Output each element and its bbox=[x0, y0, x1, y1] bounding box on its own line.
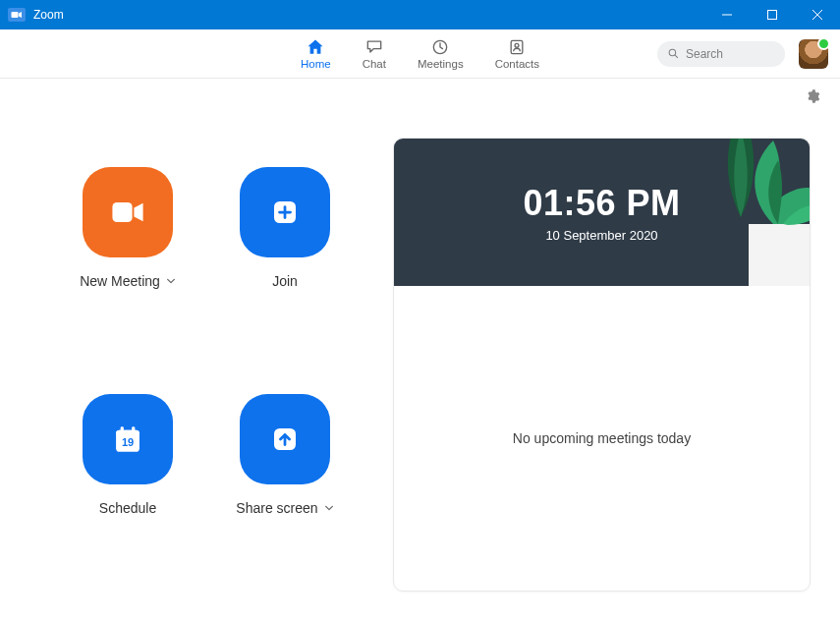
new-meeting-label-row[interactable]: New Meeting bbox=[80, 273, 176, 289]
action-join: Join bbox=[206, 167, 364, 365]
share-screen-label-row[interactable]: Share screen bbox=[236, 500, 333, 516]
svg-rect-19 bbox=[749, 224, 810, 286]
upcoming-panel: 01:56 PM 10 September 2020 No upcoming m… bbox=[393, 138, 811, 592]
main-content: New Meeting Join bbox=[0, 108, 840, 621]
clock-time: 01:56 PM bbox=[523, 183, 680, 224]
svg-rect-16 bbox=[121, 426, 124, 433]
zoom-app-icon bbox=[8, 8, 26, 22]
calendar-icon: 19 bbox=[106, 418, 149, 461]
action-label-text: Join bbox=[272, 273, 298, 289]
svg-rect-10 bbox=[112, 202, 132, 222]
tab-label: Home bbox=[301, 58, 331, 70]
svg-point-7 bbox=[515, 43, 519, 47]
tab-label: Chat bbox=[363, 58, 386, 70]
window-titlebar: Zoom bbox=[0, 0, 840, 29]
tab-label: Contacts bbox=[495, 58, 539, 70]
svg-rect-0 bbox=[12, 12, 19, 18]
clock-panel: 01:56 PM 10 September 2020 bbox=[394, 139, 810, 286]
tab-home[interactable]: Home bbox=[301, 37, 331, 70]
action-grid: New Meeting Join bbox=[29, 138, 364, 592]
action-label-text: Share screen bbox=[236, 500, 317, 516]
tab-chat[interactable]: Chat bbox=[363, 37, 386, 70]
empty-state-text: No upcoming meetings today bbox=[513, 430, 691, 446]
window-maximize-button[interactable] bbox=[750, 0, 795, 29]
svg-line-9 bbox=[675, 55, 678, 58]
calendar-day: 19 bbox=[122, 436, 134, 448]
window-close-button[interactable] bbox=[795, 0, 840, 29]
share-screen-button[interactable] bbox=[240, 394, 330, 484]
tab-contacts[interactable]: Contacts bbox=[495, 37, 539, 70]
window-minimize-button[interactable] bbox=[704, 0, 750, 29]
window-title: Zoom bbox=[33, 8, 64, 22]
gear-icon bbox=[805, 88, 820, 104]
tab-label: Meetings bbox=[418, 58, 464, 70]
action-label-text: New Meeting bbox=[80, 273, 160, 289]
search-placeholder: Search bbox=[686, 47, 723, 61]
action-new-meeting: New Meeting bbox=[49, 167, 206, 365]
settings-button[interactable] bbox=[805, 88, 820, 108]
join-button[interactable] bbox=[240, 167, 330, 257]
video-icon bbox=[106, 191, 149, 234]
svg-rect-2 bbox=[768, 11, 777, 20]
top-navigation: Home Chat Meetings Contacts Search bbox=[0, 29, 840, 79]
search-icon bbox=[667, 47, 680, 60]
new-meeting-button[interactable] bbox=[83, 167, 173, 257]
svg-rect-17 bbox=[132, 426, 135, 433]
share-arrow-icon bbox=[263, 418, 307, 461]
avatar[interactable] bbox=[799, 39, 828, 69]
clock-date: 10 September 2020 bbox=[545, 228, 657, 243]
chat-icon bbox=[364, 37, 384, 57]
svg-rect-15 bbox=[116, 430, 140, 436]
chevron-down-icon bbox=[166, 276, 176, 286]
contacts-icon bbox=[507, 37, 527, 57]
svg-point-8 bbox=[669, 49, 676, 56]
plus-icon bbox=[263, 191, 307, 234]
action-label-text: Schedule bbox=[99, 500, 156, 516]
plant-pot-decor-icon bbox=[719, 139, 810, 286]
action-share-screen: Share screen bbox=[206, 394, 364, 592]
action-schedule: 19 Schedule bbox=[49, 394, 206, 592]
schedule-button[interactable]: 19 bbox=[83, 394, 173, 484]
clock-icon bbox=[430, 37, 450, 57]
tab-meetings[interactable]: Meetings bbox=[418, 37, 464, 70]
home-icon bbox=[306, 37, 325, 57]
chevron-down-icon bbox=[324, 503, 334, 513]
search-input[interactable]: Search bbox=[657, 41, 785, 67]
